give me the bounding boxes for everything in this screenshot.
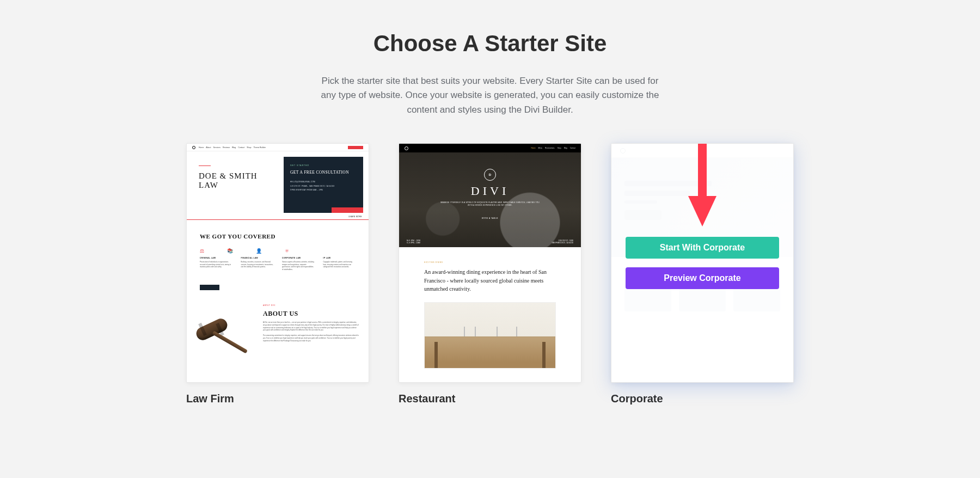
consult-line: OPEN EVERYDAY FROM 8AM – 5PM — [290, 188, 357, 193]
about-eyebrow: ABOUT DIVI — [263, 304, 359, 307]
page-description: Pick the starter site that best suits yo… — [316, 74, 664, 117]
starter-card-law-firm[interactable]: Home About Services Reviews Blog Contact… — [186, 143, 369, 405]
all-services-btn — [200, 285, 219, 290]
card-title-restaurant: Restaurant — [399, 393, 581, 405]
svg-marker-1 — [688, 196, 716, 226]
col-text: Various aspects of business activities, … — [282, 261, 314, 270]
about-heading: ABOUT US — [263, 310, 359, 318]
about-text: Our unwavering commitment to integrity, … — [263, 334, 359, 342]
thumbnail-restaurant: Home Menu Reservations Story Blog Contac… — [399, 143, 581, 383]
nav-item: Contact — [570, 147, 575, 149]
law-hero-title-1: DOE & SMITH — [199, 171, 284, 181]
restaurant-body-text: An award-winning dining experience in th… — [424, 268, 556, 293]
nav-item: Shop — [247, 146, 251, 149]
thumbnail-corporate: Start With Corporate Preview Corporate — [611, 143, 794, 383]
nav-item: Reviews — [223, 146, 230, 149]
starter-site-grid: Home About Services Reviews Blog Contact… — [185, 143, 795, 405]
gavel-icon: ⚖ — [200, 248, 204, 254]
col-heading: CRIMINAL LAW — [200, 257, 232, 260]
consult-eyebrow: GET STARTED — [290, 164, 357, 167]
nav-item: Menu — [538, 147, 543, 149]
nav-item: Reservations — [545, 147, 555, 149]
nav-item: Services — [213, 146, 220, 149]
nav-item: Home — [531, 147, 536, 149]
divi-logo-icon — [405, 146, 408, 150]
restaurant-tagline: IMMERSE YOURSELF IN A WORLD OF EXQUISITE… — [438, 201, 542, 207]
consult-line: 123 5TH ST. PEARL, SAN FRANCISCO, CA 941… — [290, 185, 357, 189]
start-with-button[interactable]: Start With Corporate — [626, 237, 779, 259]
about-text: At Divi, we are more than just a law fir… — [263, 321, 359, 332]
learn-more: LEARN MORE — [348, 216, 362, 218]
nav-item: Home — [199, 146, 204, 149]
thumbnail-law-firm: Home About Services Reviews Blog Contact… — [186, 143, 369, 383]
law-nav: Home About Services Reviews Blog Contact… — [187, 144, 369, 151]
restaurant-eyebrow: EXCITING DINING — [424, 261, 556, 263]
books-icon: 📚 — [227, 248, 233, 254]
col-text: Banking, securities, insurance, and fina… — [241, 261, 273, 268]
book-appointment-btn — [332, 207, 363, 213]
svg-rect-0 — [698, 143, 707, 201]
nav-item: About — [206, 146, 211, 149]
card-title-law-firm: Law Firm — [186, 393, 369, 405]
person-icon: 👤 — [256, 248, 262, 254]
col-heading: FINANCIAL LAW — [241, 257, 274, 260]
consult-line: HELLO@DIVMALEGAL.COM — [290, 180, 357, 185]
nav-item: Contact — [238, 146, 244, 149]
annotation-arrow-icon — [686, 143, 719, 229]
col-text: Copyright, trademark, patent, and licens… — [323, 261, 352, 268]
restaurant-hours: M–F: 5PM – 11PM S–S: 3PM – 12AM — [407, 240, 420, 244]
atom-icon: ⚛ — [285, 248, 289, 254]
col-heading: IP LAW — [323, 257, 356, 260]
book-table-btn: BOOK A TABLE — [479, 216, 501, 220]
col-heading: CORPORATE LAW — [282, 257, 315, 260]
nav-item: Story — [558, 147, 561, 149]
consult-title: GET A FREE CONSULTATION — [290, 170, 357, 175]
starter-card-corporate[interactable]: Start With Corporate Preview Corporate C… — [611, 143, 794, 405]
covered-heading: WE GOT YOU COVERED — [200, 233, 356, 240]
divi-logo-icon: D — [484, 169, 496, 181]
nav-item: Blog — [564, 147, 567, 149]
restaurant-address: 1234 DIVI ST. #1000 SAN FRANCISCO, CA 94… — [552, 240, 573, 244]
gavel-image — [187, 304, 258, 370]
starter-card-restaurant[interactable]: Home Menu Reservations Story Blog Contac… — [399, 143, 581, 405]
col-text: Prosecution of individuals or organizati… — [200, 261, 231, 268]
nav-cta — [348, 146, 363, 149]
preview-button[interactable]: Preview Corporate — [626, 267, 779, 289]
card-title-corporate: Corporate — [611, 393, 794, 405]
restaurant-photo — [424, 302, 556, 369]
law-hero-title-2: LAW — [199, 181, 284, 190]
nav-item: Blog — [232, 146, 236, 149]
nav-item: Theme Builder — [253, 146, 266, 149]
divi-logo-icon — [192, 146, 195, 149]
page-heading: Choose A Starter Site — [185, 30, 795, 57]
restaurant-brand: DIVI — [399, 184, 581, 198]
